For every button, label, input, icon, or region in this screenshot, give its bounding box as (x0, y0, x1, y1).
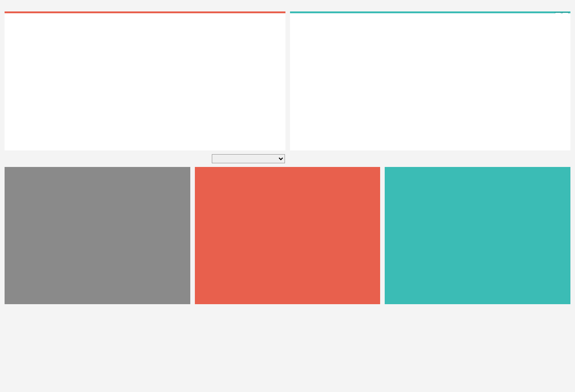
planned-rev-chart[interactable] (385, 167, 570, 304)
accidents-scatter[interactable] (5, 13, 285, 150)
actual-rev-emp-chart[interactable] (195, 167, 381, 304)
rev-by-employee-salary-panel (5, 167, 190, 306)
accidents-vs-pay-panel (5, 11, 285, 150)
rev-emp-salary-chart[interactable] (5, 167, 190, 304)
planned-rev-quarter-panel (385, 167, 570, 306)
delay-filter (100, 153, 190, 155)
job-location-filter (290, 153, 380, 155)
revenue-state-grid[interactable] (290, 13, 571, 150)
equipment-filter (385, 153, 475, 155)
worker-type-filter (480, 153, 570, 155)
status-filter (5, 153, 95, 155)
revenue-metric-dropdown[interactable] (212, 154, 285, 163)
actual-rev-by-employee-panel (195, 167, 381, 306)
revenue-by-state-panel (290, 11, 571, 150)
